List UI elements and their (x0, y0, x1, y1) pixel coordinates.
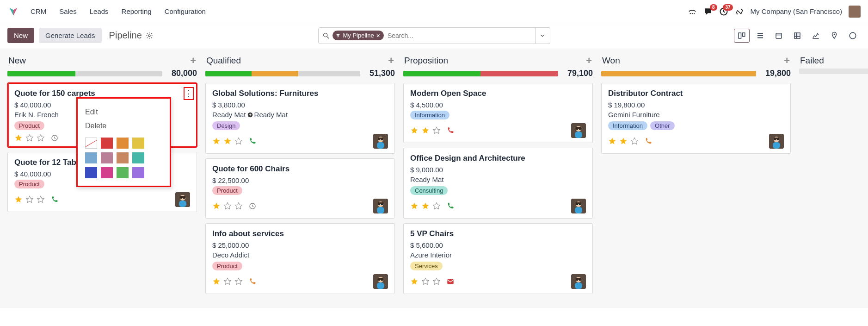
priority-star[interactable] (212, 202, 221, 210)
kanban-view-button[interactable] (734, 29, 750, 43)
color-swatch[interactable] (132, 152, 144, 163)
activity-icon[interactable] (446, 126, 455, 135)
assignee-avatar[interactable] (571, 199, 586, 213)
assignee-avatar[interactable] (373, 199, 388, 213)
kanban-card[interactable]: Info about services $ 25,000.00 Deco Add… (205, 223, 395, 294)
add-card-button[interactable]: + (190, 56, 196, 66)
activity-icon[interactable] (50, 195, 59, 204)
search-box[interactable]: My Pipeline × (318, 27, 536, 44)
color-swatch[interactable] (117, 167, 129, 178)
nav-leads[interactable]: Leads (83, 4, 115, 19)
activity-icon[interactable] (248, 137, 257, 145)
column-title[interactable]: New (8, 56, 26, 66)
tag[interactable]: Other (650, 121, 675, 130)
color-swatch[interactable] (117, 152, 129, 163)
color-swatch[interactable] (132, 138, 144, 149)
assignee-avatar[interactable] (373, 274, 388, 289)
add-card-button[interactable]: + (586, 56, 592, 66)
color-swatch[interactable] (85, 167, 97, 178)
gear-icon[interactable] (146, 32, 153, 39)
assignee-avatar[interactable] (769, 134, 784, 149)
column-progress[interactable] (205, 71, 360, 76)
color-swatch[interactable] (101, 167, 113, 178)
column-title[interactable]: Qualified (206, 56, 241, 66)
activity-view-button[interactable] (845, 29, 861, 43)
activity-icon[interactable] (644, 137, 653, 145)
close-icon[interactable]: × (376, 32, 380, 39)
filter-chip[interactable]: My Pipeline × (332, 31, 384, 40)
map-view-button[interactable] (826, 29, 842, 43)
priority-star[interactable] (608, 137, 616, 145)
priority-star[interactable] (25, 195, 34, 204)
priority-star[interactable] (421, 126, 430, 135)
activity-icon[interactable] (248, 277, 257, 286)
column-title[interactable]: Won (602, 56, 620, 66)
dialpad-icon[interactable] (688, 7, 697, 16)
add-card-button[interactable]: + (388, 56, 394, 66)
column-progress[interactable] (601, 71, 756, 76)
priority-star[interactable] (25, 134, 34, 142)
card-menu-button[interactable]: ⋮ (184, 87, 194, 100)
kanban-card[interactable]: 5 VP Chairs $ 5,600.00 Azure Interior Se… (403, 223, 593, 294)
color-swatch-none[interactable] (85, 138, 97, 149)
priority-star[interactable] (619, 137, 628, 145)
assignee-avatar[interactable] (571, 123, 586, 138)
priority-star[interactable] (212, 137, 221, 145)
tag[interactable]: Design (212, 121, 240, 130)
column-progress[interactable] (799, 69, 868, 74)
tag[interactable]: Product (14, 121, 44, 130)
nav-app-name[interactable]: CRM (24, 4, 53, 19)
priority-star[interactable] (630, 137, 639, 145)
kanban-card[interactable]: Global Solutions: Furnitures $ 3,800.00 … (205, 83, 395, 154)
search-input[interactable] (384, 32, 531, 39)
new-button[interactable]: New (7, 28, 34, 43)
priority-star[interactable] (234, 277, 243, 286)
list-view-button[interactable] (752, 29, 768, 43)
nav-configuration[interactable]: Configuration (158, 4, 212, 19)
priority-star[interactable] (14, 195, 23, 204)
user-avatar-icon[interactable] (849, 6, 861, 18)
kanban-card[interactable]: Office Design and Architecture $ 9,000.0… (403, 148, 593, 219)
priority-star[interactable] (410, 277, 419, 286)
settings-icon[interactable] (735, 7, 744, 16)
add-card-button[interactable]: + (784, 56, 790, 66)
priority-star[interactable] (223, 277, 232, 286)
menu-edit[interactable]: Edit (85, 105, 162, 119)
tag[interactable]: Services (410, 262, 443, 270)
priority-star[interactable] (37, 195, 45, 204)
tag[interactable]: Information (410, 111, 449, 119)
priority-star[interactable] (223, 202, 232, 210)
priority-star[interactable] (234, 137, 243, 145)
priority-star[interactable] (234, 202, 243, 210)
priority-star[interactable] (421, 277, 430, 286)
assignee-avatar[interactable] (175, 192, 190, 207)
priority-star[interactable] (421, 202, 430, 210)
activity-icon[interactable] (446, 277, 455, 286)
color-swatch[interactable] (101, 152, 113, 163)
priority-star[interactable] (410, 126, 419, 135)
column-title[interactable]: Proposition (404, 56, 448, 66)
assignee-avatar[interactable] (571, 274, 586, 289)
tag[interactable]: Product (212, 262, 242, 270)
kanban-card[interactable]: Modern Open Space $ 4,500.00 Information (403, 83, 593, 143)
company-switcher[interactable]: My Company (San Francisco) (751, 7, 842, 15)
kanban-card[interactable]: ⋮ Quote for 150 carpets $ 40,000.00 Erik… (7, 83, 197, 147)
calendar-view-button[interactable] (771, 29, 787, 43)
priority-star[interactable] (432, 202, 441, 210)
search-dropdown-toggle[interactable] (536, 27, 550, 44)
activity-icon[interactable] (50, 134, 59, 142)
kanban-card[interactable]: Distributor Contract $ 19,800.00 Gemini … (601, 83, 791, 154)
nav-sales[interactable]: Sales (53, 4, 83, 19)
app-logo-icon[interactable] (7, 6, 19, 18)
priority-star[interactable] (223, 137, 232, 145)
activities-icon[interactable]: 37 (719, 7, 728, 16)
tag[interactable]: Product (212, 186, 242, 195)
messages-icon[interactable]: 8 (703, 7, 713, 16)
activity-icon[interactable] (248, 202, 257, 210)
color-swatch[interactable] (117, 138, 129, 149)
menu-delete[interactable]: Delete (85, 119, 162, 133)
assignee-avatar[interactable] (373, 134, 388, 149)
column-progress[interactable] (403, 71, 558, 76)
column-title[interactable]: Failed (800, 56, 824, 66)
priority-star[interactable] (432, 126, 441, 135)
